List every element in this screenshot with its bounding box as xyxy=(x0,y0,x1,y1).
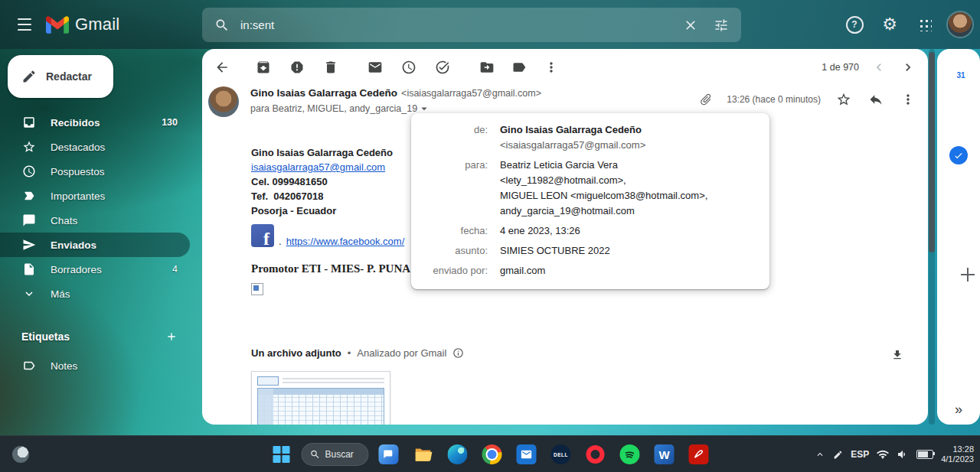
sidebar-item-important[interactable]: Importantes xyxy=(0,184,190,208)
sender-avatar[interactable] xyxy=(208,86,239,117)
gmail-logo-m-icon xyxy=(46,16,69,34)
google-side-panel: 31 xyxy=(937,49,980,425)
sidebar-item-more[interactable]: Más xyxy=(0,282,190,306)
signature-cel: Cel. 0999481650 xyxy=(251,174,410,189)
hide-side-panel-chevron-icon[interactable] xyxy=(949,400,968,418)
dell-app-icon[interactable]: DELL xyxy=(547,439,576,470)
start-button[interactable] xyxy=(267,439,296,470)
move-to-folder-icon[interactable] xyxy=(478,58,496,76)
sidebar-item-inbox[interactable]: Recibidos 130 xyxy=(0,110,190,135)
main-menu-icon[interactable] xyxy=(6,6,43,43)
attachment-bar: Un archivo adjunto • Analizado por Gmail xyxy=(251,347,464,359)
facebook-icon[interactable] xyxy=(251,224,274,247)
clear-search-icon[interactable] xyxy=(675,10,706,41)
word-icon[interactable] xyxy=(650,439,679,470)
volume-icon[interactable] xyxy=(897,448,909,461)
get-addons-plus-icon[interactable] xyxy=(952,259,970,277)
facebook-link[interactable]: https://www.facebook.com/ xyxy=(286,236,405,247)
acrobat-icon[interactable] xyxy=(684,439,714,470)
details-sentby: gmail.com xyxy=(500,263,759,278)
taskbar-clock[interactable]: 13:28 4/1/2023 xyxy=(941,444,974,464)
important-marker-icon xyxy=(21,188,37,203)
message-more-icon[interactable] xyxy=(899,90,917,109)
sidebar-item-chats[interactable]: Chats xyxy=(0,208,190,233)
snooze-icon[interactable] xyxy=(400,58,418,76)
attachment-doc-grid xyxy=(257,388,384,425)
add-to-tasks-icon[interactable] xyxy=(433,58,452,76)
delete-icon[interactable] xyxy=(322,58,340,76)
search-input[interactable] xyxy=(237,18,675,31)
compose-button[interactable]: Redactar xyxy=(8,55,113,98)
sidebar-item-label: Recibidos xyxy=(51,117,100,129)
sidebar-item-snoozed[interactable]: Pospuestos xyxy=(0,159,190,184)
gmail-logo-text: Gmail xyxy=(75,15,119,34)
tray-pen-icon[interactable] xyxy=(833,450,843,460)
details-to-line: andy_garcia_19@hotmail.com xyxy=(500,203,759,219)
archive-icon[interactable] xyxy=(254,58,273,76)
search-filter-icon[interactable] xyxy=(706,10,737,41)
attachment-doc-header xyxy=(257,376,384,386)
older-chevron-icon[interactable] xyxy=(899,58,917,76)
add-label-icon[interactable] xyxy=(161,326,182,347)
doc-logo-box xyxy=(257,376,279,386)
contacts-icon[interactable] xyxy=(949,188,968,207)
taskbar-search-label: Buscar xyxy=(325,449,354,460)
draft-icon xyxy=(21,262,37,277)
sidebar-item-starred[interactable]: Destacados xyxy=(0,135,190,159)
details-subject-label: asunto: xyxy=(417,243,488,259)
taskbar-weather-icon[interactable] xyxy=(12,446,29,463)
report-spam-icon[interactable] xyxy=(288,58,306,76)
wifi-icon[interactable] xyxy=(877,448,889,461)
signature-role: Promotor ETI - MIES- P. PUNA xyxy=(251,262,410,275)
content-scrollbar-thumb[interactable] xyxy=(929,52,935,252)
recipients-summary: para Beatriz, MIGUEL, andy_garcia_19 xyxy=(250,103,417,114)
calendar-icon[interactable]: 31 xyxy=(949,62,968,80)
back-arrow-icon[interactable] xyxy=(213,58,231,76)
gmail-logo[interactable]: Gmail xyxy=(46,15,138,34)
newer-chevron-icon[interactable] xyxy=(870,58,888,76)
mark-unread-icon[interactable] xyxy=(366,58,384,76)
reply-icon[interactable] xyxy=(867,90,885,109)
more-options-icon[interactable] xyxy=(542,58,560,76)
download-attachments-icon[interactable] xyxy=(887,344,908,366)
search-icon[interactable] xyxy=(207,10,237,41)
info-icon[interactable] xyxy=(452,347,464,359)
star-message-icon[interactable] xyxy=(835,90,853,109)
message-details-popup: de: Gino Isaias Galarraga Cedeño <isaias… xyxy=(411,113,769,289)
details-to-line: <lety_11982@hotmail.com>, xyxy=(500,173,759,188)
tasks-icon[interactable] xyxy=(949,146,968,164)
screen: Gmail Redactar xyxy=(0,0,980,472)
help-icon[interactable] xyxy=(839,9,870,40)
sidebar-label-notes[interactable]: Notes xyxy=(0,353,190,378)
opera-browser-icon[interactable] xyxy=(581,439,610,470)
content-scrollbar-track[interactable] xyxy=(929,49,935,425)
taskbar-search[interactable]: Buscar xyxy=(302,443,369,466)
attachment-separator: • xyxy=(348,347,351,359)
tray-chevron-up-icon[interactable] xyxy=(815,449,825,460)
chrome-browser-icon[interactable] xyxy=(478,439,507,470)
edge-browser-icon[interactable] xyxy=(443,439,472,470)
inbox-icon xyxy=(21,115,37,130)
labels-section-header: Etiquetas xyxy=(0,324,190,349)
sidebar-item-drafts[interactable]: Borradores 4 xyxy=(0,257,190,282)
details-to-line: MIGUEL LEON <miguelcom38@hotmail.com>, xyxy=(500,188,759,203)
sidebar-item-sent[interactable]: Enviados xyxy=(0,233,190,257)
sidebar-item-count: 4 xyxy=(172,264,178,275)
keep-icon[interactable] xyxy=(949,104,968,122)
file-explorer-icon[interactable] xyxy=(409,439,438,470)
settings-gear-icon[interactable] xyxy=(874,9,905,40)
labels-header-title: Etiquetas xyxy=(21,330,70,343)
attachment-thumbnail[interactable] xyxy=(251,371,390,425)
signature-email-link[interactable]: isaiasgalarraga57@gmail.com xyxy=(251,161,385,173)
chat-app-icon[interactable] xyxy=(374,439,403,470)
language-indicator[interactable]: ESP xyxy=(851,449,869,460)
profile-avatar[interactable] xyxy=(948,12,972,37)
battery-icon[interactable] xyxy=(916,450,933,459)
labels-icon[interactable] xyxy=(510,58,528,76)
search-bar[interactable] xyxy=(202,8,741,42)
message-body: Gino Isaias Galarraga Cedeño isaiasgalar… xyxy=(251,145,410,295)
compose-label: Redactar xyxy=(46,70,92,83)
mail-app-icon[interactable] xyxy=(512,439,541,470)
spotify-icon[interactable] xyxy=(616,439,645,470)
google-apps-grid-icon[interactable] xyxy=(910,9,940,40)
